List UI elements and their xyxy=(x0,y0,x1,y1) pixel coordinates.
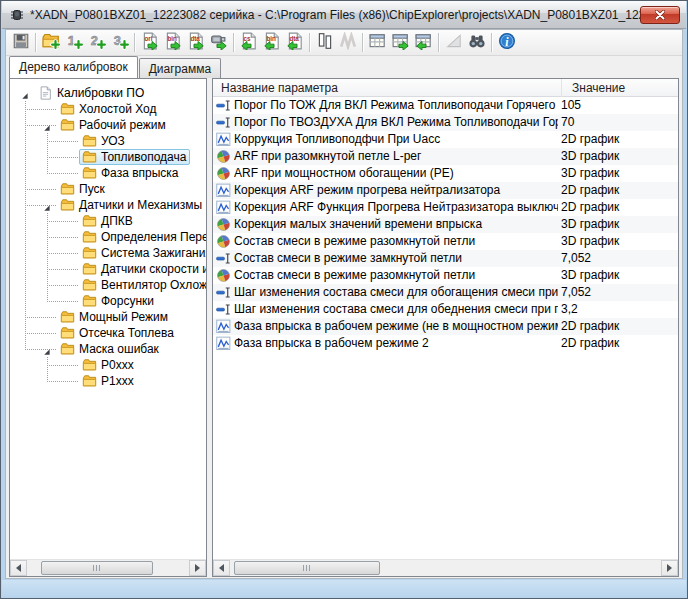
toolbar: 123oribindtacsbindtai xyxy=(6,30,682,56)
tree-item-label: УОЗ xyxy=(101,134,125,148)
2d-chart-icon xyxy=(216,336,231,351)
tab-calibration-tree[interactable]: Дерево калибровок xyxy=(9,56,138,78)
export-device-button[interactable] xyxy=(207,31,230,54)
titlebar[interactable]: *XADN_P0801BXZ01_12223082 серийка - C:\P… xyxy=(2,1,686,29)
compare-dumps-button[interactable] xyxy=(313,31,336,54)
parameter-row[interactable]: Состав смеси в режиме замкнутой петли 7,… xyxy=(213,250,678,267)
tree-item[interactable]: ДПКВ xyxy=(10,213,206,229)
expander-icon[interactable] xyxy=(42,345,51,354)
scroll-thumb[interactable] xyxy=(41,561,153,575)
parameter-row[interactable]: Корекция ARF режим прогрева нейтрализато… xyxy=(213,182,678,199)
toolbar-separator xyxy=(362,33,363,52)
search-button[interactable] xyxy=(465,31,488,54)
export-table-button[interactable] xyxy=(389,31,412,54)
file-out-icon: dta xyxy=(187,32,205,54)
tree-item-label: Вентилятор Охложде xyxy=(101,278,206,292)
window-title: *XADN_P0801BXZ01_12223082 серийка - C:\P… xyxy=(30,8,640,22)
expander-icon[interactable] xyxy=(42,121,51,130)
param-name: Коррукция Топливоподфчи При Uacc xyxy=(234,132,558,146)
import-dta-button[interactable]: dta xyxy=(283,31,306,54)
scroll-track[interactable] xyxy=(27,560,189,576)
parameter-row[interactable]: Коррукция Топливоподфчи При Uacc 2D граф… xyxy=(213,131,678,148)
parameter-row[interactable]: Шаг изменения состава смеси для обогащен… xyxy=(213,284,678,301)
parameter-row[interactable]: Корекция малых значений времени впрыска … xyxy=(213,216,678,233)
tree-item[interactable]: Рабочий режим xyxy=(10,117,206,133)
parameter-row[interactable]: Порог По ТВОЗДУХА Для ВКЛ Режима Топливо… xyxy=(213,114,678,131)
expander-icon[interactable] xyxy=(20,89,29,98)
tree-item[interactable]: P0xxx xyxy=(10,357,206,373)
import-bin-button[interactable]: bin xyxy=(260,31,283,54)
column-header-name[interactable]: Название параметра xyxy=(221,81,338,95)
import-cs-button[interactable]: cs xyxy=(237,31,260,54)
open-table-button[interactable] xyxy=(366,31,389,54)
client-area: 123oribindtacsbindtai Дерево калибровок … xyxy=(5,29,683,579)
parameter-row[interactable]: Состав смеси в режиме разомкнутой петли … xyxy=(213,233,678,250)
tab-diagram[interactable]: Диаграмма xyxy=(139,58,221,78)
close-icon xyxy=(655,10,665,20)
tree-item-label: Фаза впрыска xyxy=(101,166,179,180)
tree-item[interactable]: P1xxx xyxy=(10,373,206,389)
param-value: 2D график xyxy=(561,183,619,197)
add-layer-2-button[interactable]: 2 xyxy=(85,31,108,54)
tree-item[interactable]: Определения Переда xyxy=(10,229,206,245)
calibration-tree-panel: Калибровки ПО Холостой Ход Рабочий режим… xyxy=(9,78,207,577)
tree-item[interactable]: Маска ошибак xyxy=(10,341,206,357)
param-value: 2D график xyxy=(561,319,619,333)
scroll-right-button[interactable] xyxy=(661,560,678,576)
parameter-row[interactable]: Шаг изменения состава смеси для обеднени… xyxy=(213,301,678,318)
scroll-left-button[interactable] xyxy=(213,560,230,576)
folder-icon xyxy=(60,310,75,324)
tree-item[interactable]: Датчики и Механизмы xyxy=(10,197,206,213)
parameter-row[interactable]: ARF при разомкнутой петле L-рег 3D графи… xyxy=(213,148,678,165)
tree-item[interactable]: Система Зажигания xyxy=(10,245,206,261)
save-project-button[interactable] xyxy=(9,31,32,54)
tree-item[interactable]: Вентилятор Охложде xyxy=(10,277,206,293)
tree-item[interactable]: Отсечка Топлева xyxy=(10,325,206,341)
tab-label: Дерево калибровок xyxy=(19,60,128,74)
parameter-row[interactable]: Корекция ARF Функция Прогрева Нейтразиза… xyxy=(213,199,678,216)
tree-item[interactable]: Фаза впрыска xyxy=(10,165,206,181)
add-layer-3-button[interactable]: 3 xyxy=(108,31,131,54)
tree-item[interactable]: Топливоподача xyxy=(10,149,206,165)
tree-horizontal-scrollbar[interactable] xyxy=(10,559,206,576)
import-table-button[interactable] xyxy=(412,31,435,54)
scroll-track[interactable] xyxy=(230,560,661,576)
tree-item[interactable]: Форсунки xyxy=(10,293,206,309)
scroll-thumb[interactable] xyxy=(234,561,380,575)
parameter-row[interactable]: Порог По ТОЖ Для ВКЛ Режима Топливоподач… xyxy=(213,97,678,114)
close-button[interactable] xyxy=(640,6,680,24)
info-button[interactable]: i xyxy=(495,31,518,54)
parameter-row[interactable]: ARF при мощностном обогащении (РЕ) 3D гр… xyxy=(213,165,678,182)
export-ori-button[interactable]: ori xyxy=(138,31,161,54)
tree-connector xyxy=(47,133,48,149)
merge-button[interactable] xyxy=(336,31,359,54)
arrow-left-icon xyxy=(16,564,21,572)
param-value: 7,052 xyxy=(561,285,591,299)
export-dta-button[interactable]: dta xyxy=(184,31,207,54)
parameter-row[interactable]: Фаза впрыска в рабочем режиме 2 2D графи… xyxy=(213,335,678,352)
3d-chart-icon xyxy=(216,149,231,164)
tree-item[interactable]: Пуск xyxy=(10,181,206,197)
column-header-value[interactable]: Значение xyxy=(561,79,625,97)
parameter-row[interactable]: Фаза впрыска в рабочем режиме (не в мощн… xyxy=(213,318,678,335)
tree-item[interactable]: Холостой Ход xyxy=(10,101,206,117)
tree-item[interactable]: УОЗ xyxy=(10,133,206,149)
export-bin-button[interactable]: bin xyxy=(161,31,184,54)
scroll-left-button[interactable] xyxy=(10,560,27,576)
tree-item[interactable]: Калибровки ПО xyxy=(10,85,206,101)
expander-icon[interactable] xyxy=(42,201,51,210)
file-in-icon: bin xyxy=(263,32,281,54)
list-horizontal-scrollbar[interactable] xyxy=(213,559,678,576)
scroll-right-button[interactable] xyxy=(189,560,206,576)
param-name: Состав смеси в режиме разомкнутой петли xyxy=(234,268,558,282)
tree-connector xyxy=(25,205,57,206)
tree-item[interactable]: Мощный Режим xyxy=(10,309,206,325)
parameter-row[interactable]: Состав смеси в режиме разомкнутой петли … xyxy=(213,267,678,284)
tree-item[interactable]: Датчики скорости и А xyxy=(10,261,206,277)
measure-button[interactable] xyxy=(442,31,465,54)
param-name: Состав смеси в режиме разомкнутой петли xyxy=(234,234,558,248)
add-layer-1-button[interactable]: 1 xyxy=(62,31,85,54)
add-folder-button[interactable] xyxy=(39,31,62,54)
file-in-icon: cs xyxy=(240,32,258,54)
svg-text:bin: bin xyxy=(167,35,177,42)
